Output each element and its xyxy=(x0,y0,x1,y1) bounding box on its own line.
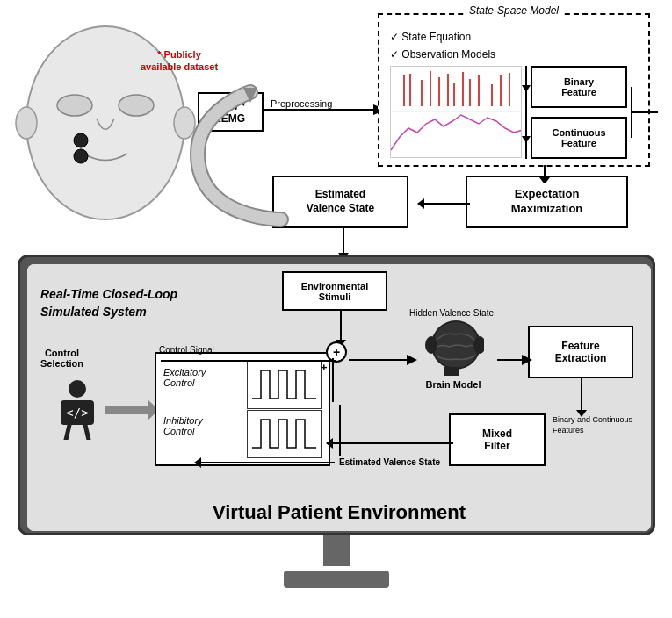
control-signal-line xyxy=(330,358,336,402)
svg-marker-59 xyxy=(522,355,532,365)
right-connector xyxy=(627,66,658,159)
waveform-lower xyxy=(247,410,322,458)
person-icon: </> xyxy=(54,378,98,431)
hidden-valence-label: Hidden Valence State xyxy=(409,308,494,318)
stand-neck xyxy=(323,535,350,566)
est-valence-state-inside: Estimated Valence State xyxy=(339,457,440,467)
svg-point-1 xyxy=(57,95,92,116)
mixed-filter-box: Mixed Filter xyxy=(449,413,546,466)
monitor-screen: Real-Time Closed-Loop Simulated System C… xyxy=(18,255,655,535)
curved-back-arrow xyxy=(180,83,294,233)
fe-to-mf-arrow xyxy=(572,378,591,418)
est-vert-arrow xyxy=(330,405,350,457)
waveform-upper xyxy=(247,361,322,409)
est-to-control-arrow xyxy=(194,453,335,472)
svg-point-5 xyxy=(74,133,88,147)
face-image xyxy=(9,9,202,237)
svg-rect-46 xyxy=(248,411,321,457)
svg-marker-32 xyxy=(417,198,424,209)
svg-point-6 xyxy=(74,149,88,163)
obs-model: ✓ Observation Models xyxy=(390,48,495,61)
em-box: Expectation Maximization xyxy=(466,176,628,228)
brain-model-area: Brain Model xyxy=(414,319,493,393)
svg-marker-35 xyxy=(539,177,550,183)
svg-rect-43 xyxy=(105,406,150,414)
env-stimuli-box: Environmental Stimuli xyxy=(282,271,387,311)
state-space-title: State-Space Model xyxy=(466,4,562,17)
svg-point-3 xyxy=(16,107,37,139)
plus-to-brain-arrow xyxy=(349,350,417,370)
monitor-stand xyxy=(284,535,389,588)
binary-cont-label: Binary and Continuous Features xyxy=(553,415,651,435)
svg-line-41 xyxy=(66,425,69,440)
monitor-container: Real-Time Closed-Loop Simulated System C… xyxy=(18,255,655,588)
svg-rect-45 xyxy=(248,362,321,408)
svg-rect-25 xyxy=(391,112,522,158)
svg-rect-55 xyxy=(444,367,459,376)
state-eq: ✓ State Equation xyxy=(390,31,471,43)
continuous-feature-box: ContinuousFeature xyxy=(531,117,627,159)
control-selection-label: ControlSelection xyxy=(40,348,83,369)
control-horiz-line xyxy=(161,358,336,363)
svg-marker-27 xyxy=(522,85,531,92)
svg-marker-65 xyxy=(194,457,201,468)
binary-feature-box: BinaryFeature xyxy=(531,66,627,108)
public-note: * Publicly available dataset xyxy=(141,48,218,74)
monitor-content: Real-Time Closed-Loop Simulated System C… xyxy=(27,264,651,531)
state-space-box: State-Space Model ✓ State Equation ✓ Obs… xyxy=(378,13,650,167)
feature-connector xyxy=(522,66,531,159)
control-signal-label: Control Signal xyxy=(159,345,214,355)
svg-point-2 xyxy=(119,95,154,116)
svg-line-42 xyxy=(85,425,89,440)
brain-model-label: Brain Model xyxy=(426,379,481,390)
person-to-control-arrow xyxy=(105,400,157,420)
top-section: * Publicly available dataset Raw * zEMG … xyxy=(0,0,672,272)
signal-area xyxy=(390,66,522,158)
brain-to-fe-arrow xyxy=(497,350,532,370)
monitor-inner: Real-Time Closed-Loop Simulated System C… xyxy=(27,264,651,531)
realtime-title: Real-Time Closed-Loop Simulated System xyxy=(40,286,177,320)
svg-marker-28 xyxy=(522,136,531,143)
vpe-label: Virtual Patient Environment xyxy=(213,501,466,524)
control-box: ExcitatoryControl InhibitoryControl xyxy=(155,352,330,466)
ss-to-em-arrow xyxy=(509,165,580,183)
inhibitory-label: InhibitoryControl xyxy=(163,415,203,436)
stand-base xyxy=(284,571,389,588)
excitatory-label: ExcitatoryControl xyxy=(163,367,206,388)
svg-point-56 xyxy=(425,336,437,354)
svg-point-38 xyxy=(69,380,86,398)
feature-extraction-box: Feature Extraction xyxy=(528,326,633,378)
em-to-est-arrow xyxy=(417,193,470,215)
main-container: * Publicly available dataset Raw * zEMG … xyxy=(0,0,672,618)
svg-text:</>: </> xyxy=(66,406,88,420)
